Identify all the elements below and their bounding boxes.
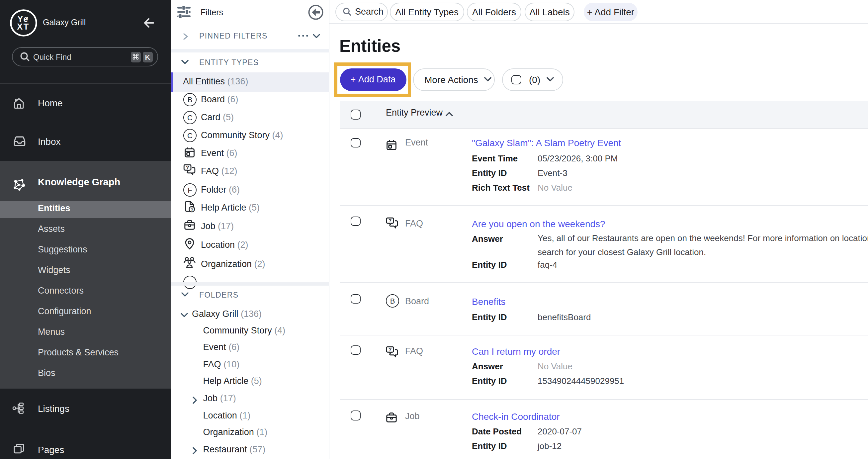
svg-text:?: ? xyxy=(389,218,392,223)
svg-text:T: T xyxy=(24,22,29,31)
svg-text:?: ? xyxy=(186,164,189,170)
svg-text:?: ? xyxy=(190,207,193,212)
svg-text:X: X xyxy=(17,22,23,31)
svg-text:?: ? xyxy=(389,346,392,352)
